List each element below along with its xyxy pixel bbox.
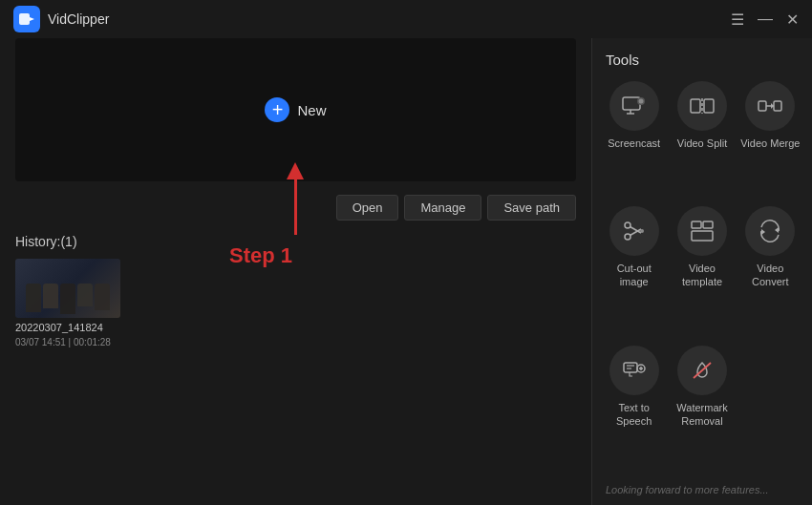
- svg-marker-1: [30, 17, 34, 21]
- cut-out-image-icon: [609, 206, 659, 256]
- tool-cut-out-image[interactable]: Cut-out image: [602, 206, 666, 337]
- svg-rect-7: [691, 99, 700, 113]
- new-button-label: New: [297, 102, 326, 118]
- svg-point-14: [625, 222, 630, 228]
- svg-point-18: [640, 229, 644, 233]
- svg-point-15: [625, 234, 630, 240]
- history-item[interactable]: 20220307_141824 03/07 14:51 | 00:01:28: [15, 259, 576, 347]
- video-convert-label: Video Convert: [738, 262, 802, 289]
- tool-watermark-removal[interactable]: Watermark Removal: [670, 346, 734, 476]
- watermark-removal-label: Watermark Removal: [670, 401, 734, 429]
- right-panel: Tools Screencast: [592, 38, 812, 505]
- title-bar: VidClipper ☰ — ✕: [0, 0, 812, 38]
- history-meta: 03/07 14:51 | 00:01:28: [15, 337, 576, 347]
- screencast-icon: [609, 81, 659, 131]
- screencast-label: Screencast: [608, 137, 660, 150]
- more-features-text: Looking forward to more features...: [602, 476, 802, 495]
- tool-video-convert[interactable]: Video Convert: [738, 206, 802, 337]
- main-layout: + New Step 1 Open Manage Save path Histo…: [0, 38, 812, 505]
- save-path-button[interactable]: Save path: [487, 195, 576, 221]
- new-circle-icon: +: [265, 97, 289, 122]
- text-to-speech-label: Text to Speech: [602, 401, 666, 429]
- cut-out-image-label: Cut-out image: [602, 262, 666, 289]
- svg-rect-8: [704, 99, 714, 113]
- svg-marker-22: [775, 227, 779, 233]
- video-template-icon: [677, 206, 727, 256]
- arrow-up: [287, 162, 304, 235]
- tools-grid: Screencast Video Split: [602, 81, 802, 476]
- history-name: 20220307_141824: [15, 322, 576, 333]
- arrow-shaft: [294, 179, 297, 235]
- tool-video-split[interactable]: Video Split: [670, 81, 734, 199]
- open-button[interactable]: Open: [336, 195, 399, 221]
- new-button[interactable]: + New: [265, 97, 326, 122]
- svg-rect-24: [624, 363, 637, 372]
- svg-rect-10: [759, 101, 766, 111]
- tool-video-template[interactable]: Video template: [670, 206, 734, 337]
- watermark-removal-icon: [677, 346, 727, 395]
- svg-marker-23: [761, 229, 765, 235]
- manage-button[interactable]: Manage: [404, 195, 481, 221]
- history-thumbnail: [15, 259, 120, 318]
- tool-video-merge[interactable]: Video Merge: [738, 81, 802, 199]
- app-icon: [13, 6, 40, 32]
- title-bar-left: VidClipper: [13, 6, 109, 32]
- svg-rect-11: [774, 101, 781, 111]
- left-panel: + New Step 1 Open Manage Save path Histo…: [0, 38, 591, 505]
- svg-line-30: [694, 363, 711, 378]
- video-merge-icon: [745, 81, 795, 131]
- svg-rect-20: [703, 221, 713, 228]
- minimize-button[interactable]: —: [758, 11, 773, 28]
- tool-screencast[interactable]: Screencast: [602, 81, 666, 199]
- text-to-speech-icon: [609, 346, 659, 395]
- video-merge-label: Video Merge: [740, 137, 800, 150]
- title-bar-controls: ☰ — ✕: [731, 11, 799, 29]
- svg-rect-19: [692, 221, 701, 228]
- preview-area: + New: [15, 38, 576, 181]
- tool-text-to-speech[interactable]: Text to Speech: [602, 346, 666, 476]
- history-label: History:(1): [15, 234, 576, 249]
- svg-rect-21: [692, 231, 713, 241]
- video-split-label: Video Split: [677, 137, 727, 150]
- video-convert-icon: [745, 206, 795, 256]
- tools-title: Tools: [602, 52, 802, 68]
- svg-point-4: [638, 99, 643, 104]
- svg-rect-0: [19, 13, 30, 25]
- close-button[interactable]: ✕: [786, 11, 799, 29]
- menu-icon[interactable]: ☰: [731, 11, 744, 29]
- app-title: VidClipper: [48, 11, 109, 27]
- arrow-head-icon: [287, 162, 304, 179]
- video-split-icon: [677, 81, 727, 131]
- svg-rect-2: [623, 97, 640, 110]
- step-label: Step 1: [229, 243, 292, 268]
- video-template-label: Video template: [670, 262, 734, 289]
